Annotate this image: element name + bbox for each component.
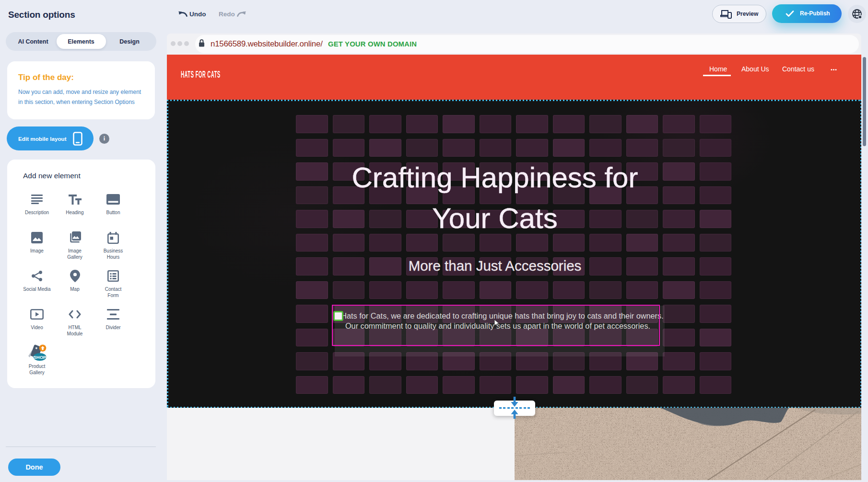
svg-text:SHOP: SHOP [34, 354, 47, 359]
